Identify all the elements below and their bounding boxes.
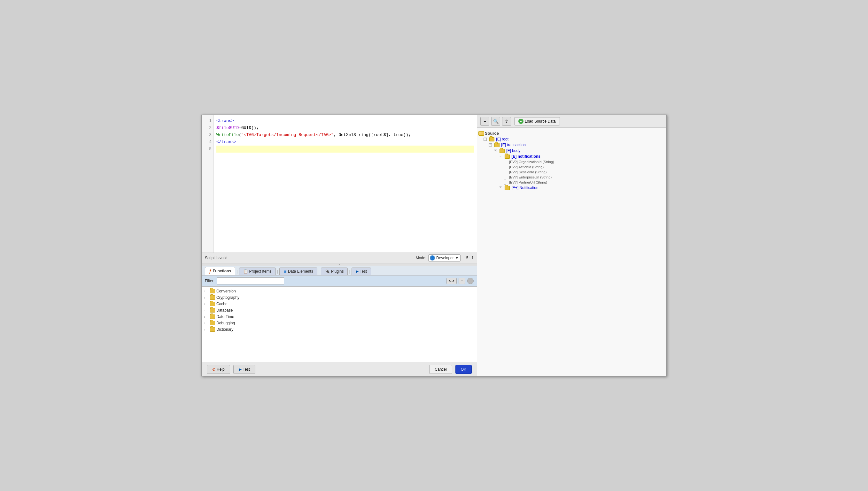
tree-container[interactable]: Source − [E] root − [E] transaction − [477, 128, 666, 376]
search-button[interactable]: 🔍 [491, 117, 500, 126]
tree-label-partnerurl: [EV?] PartnerUrl (String) [509, 180, 547, 184]
test-button[interactable]: ▶ Test [233, 365, 255, 374]
plugins-icon: 🔌 [325, 269, 330, 273]
folder-icon-database [210, 308, 215, 313]
tree-node-sessionid[interactable]: [EV?] SessionId (String) [479, 170, 665, 175]
position-info: 5 : 1 [466, 256, 473, 260]
ok-button[interactable]: OK [455, 365, 472, 374]
tree-folder-transaction [494, 143, 499, 147]
tree-node-body[interactable]: − [E] body [479, 148, 665, 153]
code-line-1: <trans> [216, 117, 474, 124]
mode-icon: 👤 [430, 255, 435, 260]
folder-icon-conversion [210, 289, 215, 293]
help-button[interactable]: ⊙ Help [207, 365, 230, 374]
expand-arrow-datetime[interactable]: › [204, 315, 209, 319]
tree-label-sessionid: [EV?] SessionId (String) [509, 170, 546, 174]
expand-arrow-debugging[interactable]: › [204, 321, 209, 325]
folder-icon-cache [210, 302, 215, 306]
cancel-button[interactable]: Cancel [429, 365, 452, 374]
collapse-transaction-icon[interactable]: − [489, 143, 492, 147]
functions-list[interactable]: › Conversion › Cryptography › Cache › [202, 287, 477, 362]
func-item-label: Conversion [216, 289, 236, 293]
expand-arrow-conversion[interactable]: › [204, 290, 209, 293]
collapse-body-icon[interactable]: − [494, 149, 497, 152]
tree-label-notification: [E+] Notification [510, 185, 539, 190]
tabs-bar: ƒ Functions | 📋 Project Items | ⊞ Data E… [202, 266, 477, 276]
list-item[interactable]: › Conversion [202, 288, 477, 294]
tab-project-items[interactable]: 📋 Project Items [239, 267, 276, 275]
test-icon: ▶ [356, 269, 359, 273]
left-panel: 1 2 3 4 5 <trans> $fileGUID=GUID(); Writ… [202, 115, 477, 376]
collapse-root-icon[interactable]: − [484, 138, 487, 141]
func-item-label: Debugging [216, 321, 235, 325]
minimize-button[interactable]: − [480, 117, 489, 126]
load-source-button[interactable]: ● Load Source Data [514, 117, 560, 125]
mode-section: Mode: 👤 Developer ▼ 5 : 1 [416, 255, 473, 261]
expand-arrow-database[interactable]: › [204, 309, 209, 312]
filter-circle-btn[interactable] [467, 278, 473, 284]
tab-functions-label: Functions [213, 269, 231, 273]
tree-node-orgid[interactable]: [EV?] OrganizationId (String) [479, 159, 665, 165]
tree-folder-notifications [505, 154, 510, 159]
code-editor[interactable]: 1 2 3 4 5 <trans> $fileGUID=GUID(); Writ… [202, 115, 477, 253]
tree-node-source: Source [479, 130, 665, 136]
tree-folder-body [499, 149, 505, 153]
filter-tools: <-> + [446, 278, 473, 284]
tree-node-transaction[interactable]: − [E] transaction [479, 142, 665, 148]
collapse-notifications-icon[interactable]: − [499, 155, 502, 158]
expand-arrow-dictionary[interactable]: › [204, 328, 209, 331]
func-item-label: Cryptography [216, 295, 239, 300]
tab-test-label: Test [360, 269, 367, 273]
code-content[interactable]: <trans> $fileGUID=GUID(); WriteFile("<TA… [214, 115, 477, 253]
expand-arrow-cache[interactable]: › [204, 302, 209, 306]
tree-folder-notification [505, 186, 510, 190]
expand-notification-icon[interactable]: + [499, 186, 502, 189]
dialog: 1 2 3 4 5 <trans> $fileGUID=GUID(); Writ… [201, 115, 667, 376]
list-item[interactable]: › Date-Time [202, 314, 477, 320]
tab-data-elements[interactable]: ⊞ Data Elements [279, 267, 317, 275]
list-item[interactable]: › Database [202, 307, 477, 314]
tab-functions[interactable]: ƒ Functions [205, 267, 235, 275]
tab-plugins[interactable]: 🔌 Plugins [321, 267, 348, 275]
folder-icon-dictionary [210, 327, 215, 332]
help-icon: ⊙ [212, 367, 215, 372]
folder-icon-debugging [210, 321, 215, 325]
drag-handle[interactable] [202, 263, 477, 266]
arrows-icon: ⇕ [505, 119, 509, 124]
func-item-label: Database [216, 308, 233, 313]
folder-icon-cryptography [210, 295, 215, 300]
tree-node-partnerurl[interactable]: [EV?] PartnerUrl (String) [479, 180, 665, 185]
mode-label: Mode: [416, 256, 426, 260]
tree-label-body: [E] body [505, 148, 520, 153]
tab-test[interactable]: ▶ Test [352, 267, 371, 275]
list-item[interactable]: › Dictionary [202, 326, 477, 333]
right-panel: − 🔍 ⇕ ● Load Source Data Source − [477, 115, 666, 376]
search-icon: 🔍 [493, 119, 498, 124]
source-folder-icon [479, 131, 484, 136]
filter-plus-btn[interactable]: + [459, 278, 465, 284]
filter-input[interactable] [217, 278, 284, 284]
mode-value: Developer [436, 256, 454, 260]
tree-node-enterpriseurl[interactable]: [EV?] EnterpriseUrl (String) [479, 175, 665, 180]
func-item-label: Dictionary [216, 327, 233, 332]
tree-folder-root [489, 137, 494, 141]
filter-arrows-btn[interactable]: <-> [446, 278, 457, 284]
tree-label-source: Source [485, 131, 499, 136]
filter-bar: Filter: <-> + [202, 276, 477, 287]
list-item[interactable]: › Cache [202, 301, 477, 307]
code-line-2: $fileGUID=GUID(); [216, 124, 474, 132]
expand-arrow-cryptography[interactable]: › [204, 296, 209, 299]
tree-node-actionid[interactable]: [EV?] ActionId (String) [479, 165, 665, 170]
mode-select[interactable]: 👤 Developer ▼ [428, 255, 461, 261]
list-item[interactable]: › Debugging [202, 320, 477, 326]
arrows-button[interactable]: ⇕ [502, 117, 511, 126]
chevron-down-icon: ▼ [455, 256, 459, 260]
project-items-icon: 📋 [243, 269, 248, 273]
tab-plugins-label: Plugins [331, 269, 344, 273]
tree-node-notifications[interactable]: − [E] notifications [479, 153, 665, 159]
tree-node-notification[interactable]: + [E+] Notification [479, 185, 665, 191]
tree-node-root[interactable]: − [E] root [479, 136, 665, 142]
tab-data-elements-label: Data Elements [288, 269, 313, 273]
tab-project-items-label: Project Items [249, 269, 272, 273]
list-item[interactable]: › Cryptography [202, 294, 477, 301]
